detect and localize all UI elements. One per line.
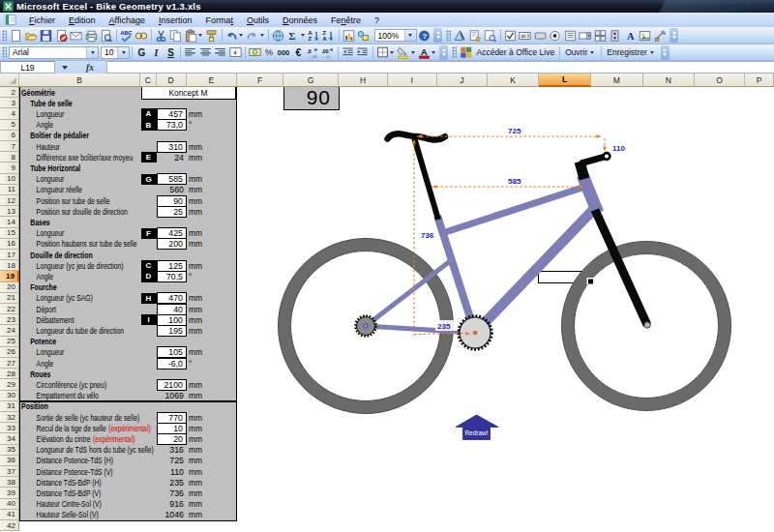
handlebar-grip[interactable] <box>604 153 610 160</box>
row-header-32[interactable]: 32 <box>0 412 19 423</box>
font-color-icon[interactable]: A <box>417 45 432 60</box>
row-header-28[interactable]: 28 <box>0 369 19 379</box>
euro-button[interactable]: € <box>292 46 306 58</box>
menu-affichage[interactable]: Affichage <box>103 15 152 26</box>
insert-function-icon[interactable]: fx <box>74 61 106 74</box>
undo-icon[interactable] <box>224 28 240 43</box>
sort-desc-icon[interactable]: ZA <box>321 28 337 43</box>
font-color-dropdown[interactable] <box>432 51 435 54</box>
font-size-combo[interactable]: 10 <box>101 46 130 59</box>
checkbox-icon[interactable] <box>503 28 519 43</box>
borders-dropdown[interactable] <box>390 51 394 54</box>
name-box-dropdown[interactable] <box>55 61 74 74</box>
toolbar-options-button[interactable] <box>661 45 670 60</box>
row-header-3[interactable]: 3 <box>0 98 19 108</box>
toolbar-grip[interactable] <box>446 30 451 42</box>
row-header-14[interactable]: 14 <box>0 217 19 227</box>
row-header-36[interactable]: 36 <box>0 456 19 466</box>
column-header-M[interactable]: M <box>591 74 643 87</box>
column-header-B[interactable]: B <box>19 74 140 87</box>
print-icon[interactable] <box>84 28 100 43</box>
toolbar-grip[interactable] <box>452 46 457 58</box>
select-all-corner[interactable] <box>0 74 19 87</box>
row-header-42[interactable]: 42 <box>0 520 19 531</box>
row-header-39[interactable]: 39 <box>0 488 19 498</box>
italic-button[interactable]: I <box>149 47 164 58</box>
sort-asc-icon[interactable]: AZ <box>307 28 322 43</box>
align-center-icon[interactable] <box>198 45 214 60</box>
toolbar-grip[interactable] <box>2 30 7 42</box>
autosum-icon[interactable]: Σ <box>285 28 301 43</box>
ouvrir-button[interactable]: Ouvrir <box>562 46 599 58</box>
row-header-2[interactable]: 2 <box>0 87 19 98</box>
currency-icon[interactable] <box>248 45 263 60</box>
row-header-37[interactable]: 37 <box>0 466 19 477</box>
font-name-dropdown[interactable] <box>86 47 98 58</box>
row-header-22[interactable]: 22 <box>0 304 19 314</box>
percent-button[interactable]: % <box>263 47 276 57</box>
column-header-J[interactable]: J <box>437 74 489 87</box>
menu-fentre[interactable]: Fenêtre <box>324 15 368 26</box>
row-header-26[interactable]: 26 <box>0 347 19 358</box>
spin-button-icon[interactable] <box>608 28 623 43</box>
toggle-grid-icon[interactable] <box>593 28 609 43</box>
ouvrir-dropdown[interactable] <box>590 51 594 54</box>
decrease-decimal-icon[interactable]: ,00→,0 <box>320 45 336 60</box>
row-header-19[interactable]: 19 <box>0 271 19 281</box>
column-header-I[interactable]: I <box>388 74 437 87</box>
print-preview-icon[interactable] <box>99 28 114 43</box>
fill-handle[interactable] <box>587 278 594 284</box>
row-header-6[interactable]: 6 <box>0 131 19 141</box>
help-icon[interactable]: ? <box>417 28 432 43</box>
label-a-icon[interactable]: A <box>623 28 639 43</box>
column-header-F[interactable]: F <box>237 74 283 87</box>
redo-dropdown[interactable] <box>260 34 264 37</box>
menu-edition[interactable]: Edition <box>62 15 103 26</box>
rear-cassette[interactable] <box>356 316 376 337</box>
row-header-16[interactable]: 16 <box>0 239 19 250</box>
cut-icon[interactable] <box>154 28 169 43</box>
enregistrer-button[interactable]: Enregistrer <box>604 46 659 58</box>
increase-decimal-icon[interactable]: ,0→,00 <box>306 45 321 60</box>
combo-box-icon[interactable] <box>578 28 593 43</box>
row-header-7[interactable]: 7 <box>0 141 19 152</box>
more-controls-icon[interactable] <box>653 28 669 43</box>
row-header-15[interactable]: 15 <box>0 228 19 239</box>
menu-donnes[interactable]: Données <box>276 15 324 26</box>
merge-center-icon[interactable]: a <box>228 45 244 60</box>
undo-dropdown[interactable] <box>239 34 243 37</box>
row-header-35[interactable]: 35 <box>0 445 19 456</box>
menu-?[interactable]: ? <box>368 15 386 26</box>
row-header-34[interactable]: 34 <box>0 433 19 444</box>
option-button-icon[interactable] <box>548 28 563 43</box>
menu-format[interactable]: Format <box>198 15 240 26</box>
open-icon[interactable] <box>24 28 40 43</box>
name-box[interactable]: L19 <box>0 61 55 74</box>
menu-fichier[interactable]: Fichier <box>22 15 62 26</box>
row-header-29[interactable]: 29 <box>0 379 19 390</box>
row-header-18[interactable]: 18 <box>0 260 19 271</box>
row-header-13[interactable]: 13 <box>0 206 19 217</box>
drawing-icon[interactable] <box>356 28 372 43</box>
toolbar-options-button[interactable] <box>433 28 442 43</box>
paste-icon[interactable] <box>184 28 199 43</box>
menu-insertion[interactable]: Insertion <box>152 15 199 26</box>
row-header-23[interactable]: 23 <box>0 314 19 325</box>
column-header-D[interactable]: D <box>157 74 187 87</box>
zoom-dropdown[interactable] <box>404 30 416 41</box>
row-header-9[interactable]: 9 <box>0 163 19 173</box>
row-header-21[interactable]: 21 <box>0 293 19 304</box>
column-header-G[interactable]: G <box>283 74 339 87</box>
row-header-38[interactable]: 38 <box>0 477 19 488</box>
row-header-10[interactable]: 10 <box>0 174 19 185</box>
textbox-icon[interactable]: ab <box>518 28 533 43</box>
row-header-24[interactable]: 24 <box>0 325 19 336</box>
row-header-17[interactable]: 17 <box>0 250 19 260</box>
image-icon[interactable] <box>638 28 653 43</box>
row-header-20[interactable]: 20 <box>0 282 19 293</box>
row-header-11[interactable]: 11 <box>0 185 19 195</box>
row-header-8[interactable]: 8 <box>0 152 19 163</box>
office-live-button[interactable]: Accéder à Office Live <box>474 46 558 58</box>
save-icon[interactable] <box>39 28 54 43</box>
formula-input[interactable] <box>106 61 774 74</box>
